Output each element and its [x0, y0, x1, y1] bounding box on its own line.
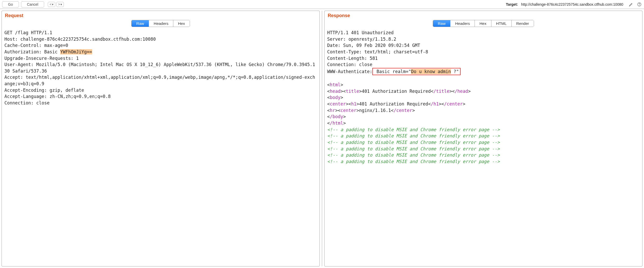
response-title: Response: [325, 11, 642, 20]
response-pane: Response Raw Headers Hex HTML Render HTT…: [324, 11, 642, 266]
realm-highlight-box: Basic realm="Do u know admin ?": [372, 68, 461, 75]
edit-icon[interactable]: [628, 2, 634, 7]
request-pane: Request Raw Headers Hex GET /flag HTTP/1…: [2, 11, 320, 266]
tab-hex[interactable]: Hex: [475, 20, 491, 27]
nav-group: <▾ >▾: [48, 2, 64, 7]
realm-highlight: Do u know admin: [411, 69, 451, 74]
tab-html[interactable]: HTML: [491, 20, 512, 27]
req-line: Accept-Language: zh-CN,zh;q=0.9,en;q=0.8: [4, 94, 111, 99]
req-line: Host: challenge-876c4c223725754c.sandbox…: [4, 37, 156, 42]
resp-line: HTTP/1.1 401 Unauthorized: [327, 30, 394, 35]
req-line: Accept: text/html,application/xhtml+xml,…: [4, 75, 315, 86]
go-button[interactable]: Go: [2, 1, 19, 8]
chevron-right-icon: >: [58, 3, 60, 6]
req-line: Accept-Encoding: gzip, deflate: [4, 88, 84, 93]
toolbar: Go Cancel <▾ >▾ Target: http://challenge…: [0, 0, 644, 9]
resp-line: WWW-Authenticate:: [327, 69, 372, 74]
split-divider[interactable]: ⋮: [321, 11, 323, 266]
resp-comment: <!-- a padding to disable MSIE and Chrom…: [327, 146, 500, 151]
tab-raw[interactable]: Raw: [132, 20, 149, 27]
req-line: Cache-Control: max-age=0: [4, 43, 68, 48]
main-split: Request Raw Headers Hex GET /flag HTTP/1…: [0, 9, 644, 268]
resp-line: Server: openresty/1.15.8.2: [327, 37, 396, 42]
req-line: Connection: close: [4, 100, 50, 105]
help-icon[interactable]: [637, 2, 642, 7]
cancel-button[interactable]: Cancel: [21, 1, 44, 8]
dropdown-icon: ▾: [52, 3, 53, 6]
req-line: GET /flag HTTP/1.1: [4, 30, 52, 35]
resp-line: Connection: close: [327, 62, 372, 67]
svg-point-1: [639, 5, 640, 5]
response-tabs: Raw Headers Hex HTML Render: [325, 20, 642, 28]
resp-comment: <!-- a padding to disable MSIE and Chrom…: [327, 140, 500, 145]
response-content[interactable]: HTTP/1.1 401 Unauthorized Server: openre…: [325, 28, 642, 266]
resp-h1-text: 401 Authorization Required: [359, 101, 428, 107]
resp-comment: <!-- a padding to disable MSIE and Chrom…: [327, 133, 500, 138]
tab-headers[interactable]: Headers: [149, 20, 173, 27]
target-url: http://challenge-876c4c223725754c.sandbo…: [521, 2, 623, 6]
req-line: Upgrade-Insecure-Requests: 1: [4, 56, 79, 61]
next-button[interactable]: >▾: [56, 2, 64, 7]
tab-raw[interactable]: Raw: [433, 20, 450, 27]
request-content[interactable]: GET /flag HTTP/1.1 Host: challenge-876c4…: [2, 28, 319, 266]
resp-nginx-text: nginx/1.16.1: [359, 108, 391, 113]
tab-hex[interactable]: Hex: [173, 20, 190, 27]
request-title: Request: [2, 11, 319, 20]
auth-token-highlight: YWFhOmJiYg==: [60, 49, 92, 54]
request-tabs: Raw Headers Hex: [2, 20, 319, 28]
chevron-left-icon: <: [50, 3, 51, 6]
resp-line: Content-Type: text/html; charset=utf-8: [327, 49, 428, 54]
req-line: Authorization: Basic: [4, 49, 60, 54]
resp-title-text: 401 Authorization Required: [362, 89, 431, 94]
prev-button[interactable]: <▾: [48, 2, 55, 7]
dropdown-icon: ▾: [60, 3, 62, 6]
target-label: Target:: [506, 2, 518, 6]
resp-line: Date: Sun, 09 Feb 2020 09:02:54 GMT: [327, 43, 420, 48]
req-line: User-Agent: Mozilla/5.0 (Macintosh; Inte…: [4, 62, 315, 74]
resp-comment: <!-- a padding to disable MSIE and Chrom…: [327, 159, 500, 164]
tab-render[interactable]: Render: [512, 20, 534, 27]
resp-comment: <!-- a padding to disable MSIE and Chrom…: [327, 127, 500, 132]
resp-line: Content-Length: 581: [327, 56, 378, 61]
resp-comment: <!-- a padding to disable MSIE and Chrom…: [327, 152, 500, 158]
tab-headers[interactable]: Headers: [450, 20, 475, 27]
